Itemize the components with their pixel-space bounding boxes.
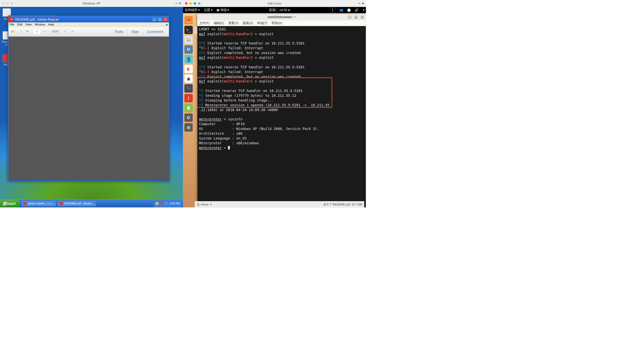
nautilus-statusbar: 🏠 Home ▾ 选中了"README.pdf" (5.7 KB) xyxy=(195,201,364,207)
tray-icon[interactable] xyxy=(165,202,168,205)
burp-icon[interactable]: ◐ xyxy=(185,65,193,73)
xp-taskbar: 🪟 start adobe reader_□□□... README.pdf -… xyxy=(0,199,183,207)
menu-places[interactable]: 位置 ▾ xyxy=(204,8,213,12)
workspace-indicator[interactable]: 1 xyxy=(330,8,335,12)
close-button[interactable]: ✕ xyxy=(163,17,168,21)
taskbar-item[interactable]: adobe reader_□□□... xyxy=(21,200,56,206)
maximize-button[interactable]: ▢ xyxy=(354,15,358,19)
pdf-icon: ✦ xyxy=(10,18,14,21)
gear-icon[interactable]: ✱ xyxy=(361,2,364,5)
firefox-icon[interactable]: 🦊 xyxy=(185,16,193,24)
terminal-cursor xyxy=(228,146,230,150)
menu-edit[interactable]: Edit xyxy=(17,23,22,26)
adobe-title-text: README.pdf - Adobe Reader xyxy=(15,17,59,21)
system-tray[interactable]: 2:09 PM xyxy=(153,199,182,207)
metasploit-icon[interactable]: M xyxy=(185,45,193,54)
leafpad-icon[interactable]: 📋 xyxy=(185,104,193,112)
tab-comment[interactable]: Comment xyxy=(143,27,167,36)
tray-clock[interactable]: 2:09 PM xyxy=(169,202,180,205)
show-apps-icon[interactable]: ⊞ xyxy=(185,123,193,131)
edit-icon[interactable]: ✎ xyxy=(24,29,30,34)
status-selected: 选中了"README.pdf" xyxy=(323,202,351,206)
doc-close-icon[interactable]: × xyxy=(166,23,168,27)
tweak-icon[interactable]: ⚙ xyxy=(185,113,193,122)
menu-view[interactable]: View xyxy=(25,23,32,26)
mac-traffic-lights[interactable] xyxy=(185,2,201,5)
menu-terminal[interactable]: ▣ 终端 ▾ xyxy=(216,8,229,12)
gnome-dock: 🦊 >_ 🗂 M 👤 ◐ ◉ 🐂 ƒ 📋 ⚙ ⊞ xyxy=(184,16,194,131)
volume-icon[interactable]: 🔊 xyxy=(355,8,358,12)
menu-file[interactable]: 文件(F) xyxy=(199,21,210,25)
terminal-window: root@lizhuowen: ~ — ▢ ✕ 文件(F) 编辑(E) 查看(V… xyxy=(197,14,366,207)
sidebar-home[interactable]: 🏠 Home xyxy=(197,203,209,206)
minimize-button[interactable]: — xyxy=(348,15,352,19)
power-icon[interactable]: ▾ xyxy=(363,8,364,12)
vm-titlebar-xp: Windows XP ▾ ✱ xyxy=(0,0,183,7)
export-pdf-icon[interactable]: 📑 xyxy=(17,29,23,34)
menu-view[interactable]: 查看(V) xyxy=(228,21,239,25)
adobe-toolbar: 📂 📑 ✎ / 0 100%▾ ⤢ Tools Sign Comment xyxy=(9,27,169,37)
tab-sign[interactable]: Sign xyxy=(127,27,143,36)
open-icon[interactable]: 📂 xyxy=(10,29,16,34)
page-total: 0 xyxy=(44,30,45,33)
vm-title: Windows XP xyxy=(82,2,100,5)
tray-icon[interactable] xyxy=(155,202,159,205)
menu-help[interactable]: 帮助(H) xyxy=(271,21,282,25)
close-button[interactable]: ✕ xyxy=(360,15,364,19)
vm-titlebar-kali: Kali Linux ▾ ✱ xyxy=(183,0,366,7)
minimize-button[interactable]: _ xyxy=(152,17,157,21)
terminal-menubar: 文件(F) 编辑(E) 查看(V) 搜索(S) 终端(T) 帮助(H) xyxy=(197,20,366,26)
adobe-reader-window: ✦ README.pdf - Adobe Reader _ ▢ ✕ File E… xyxy=(8,16,170,181)
users-icon[interactable]: 👥 xyxy=(339,8,343,12)
pdf-icon xyxy=(60,202,63,205)
terminal-icon[interactable]: >_ xyxy=(185,26,193,34)
zoom-value[interactable]: 100% xyxy=(49,29,62,34)
kali-desktop[interactable]: 🦊 >_ 🗂 M 👤 ◐ ◉ 🐂 ƒ 📋 ⚙ ⊞ ‹ root@lizhuowe… xyxy=(183,13,366,207)
tab-tools[interactable]: Tools xyxy=(110,27,127,36)
menu-file[interactable]: File xyxy=(10,23,14,26)
pdf-icon xyxy=(23,202,27,205)
terminal-body[interactable]: LPORT => 5201 msf exploit(multi/handler)… xyxy=(197,26,366,208)
beef-icon[interactable]: 🐂 xyxy=(185,84,193,93)
chevron-down-icon[interactable]: ▾ xyxy=(358,2,360,5)
menu-terminal[interactable]: 终端(T) xyxy=(257,21,267,25)
adobe-titlebar[interactable]: ✦ README.pdf - Adobe Reader _ ▢ ✕ xyxy=(9,16,169,22)
menu-help[interactable]: Help xyxy=(48,23,54,26)
faraday-icon[interactable]: ƒ xyxy=(185,94,193,102)
status-size: (5.7 KB) xyxy=(352,203,362,206)
taskbar-item[interactable]: README.pdf - Adobe... xyxy=(58,200,96,206)
maltego-icon[interactable]: ◉ xyxy=(185,74,193,83)
adobe-menubar: File Edit View Window Help × xyxy=(9,22,169,27)
page-sep: / xyxy=(42,30,43,33)
files-icon[interactable]: 🗂 xyxy=(185,35,193,44)
chevron-down-icon[interactable]: ▾ xyxy=(175,2,177,5)
menubar-datetime[interactable]: 星期二 14:09 ● xyxy=(269,8,290,12)
terminal-titlebar[interactable]: root@lizhuowen: ~ — ▢ ✕ xyxy=(197,14,366,20)
vm-kali-linux: Kali Linux ▾ ✱ 应用程序 ▾ 位置 ▾ ▣ 终端 ▾ 星期二 14… xyxy=(183,0,366,207)
terminal-title: root@lizhuowen: ~ xyxy=(267,15,296,19)
menu-window[interactable]: Window xyxy=(35,23,45,26)
gear-icon[interactable]: ✱ xyxy=(178,2,181,5)
fullscreen-icon[interactable]: ⤢ xyxy=(70,29,75,34)
zoom-dropdown-icon[interactable]: ▾ xyxy=(63,29,67,34)
maximize-button[interactable]: ▢ xyxy=(157,17,162,21)
menu-applications[interactable]: 应用程序 ▾ xyxy=(185,8,200,12)
start-button[interactable]: 🪟 start xyxy=(0,199,20,207)
terminal-icon: ▣ xyxy=(216,8,219,12)
xp-desktop[interactable]: Re... Parallel: Fc Adob ✦ README.pdf - A… xyxy=(0,7,183,199)
menu-edit[interactable]: 编辑(E) xyxy=(214,21,224,25)
vm-title: Kali Linux xyxy=(268,2,281,5)
page-current-input[interactable] xyxy=(33,29,41,34)
menu-search[interactable]: 搜索(S) xyxy=(243,21,253,25)
record-icon[interactable]: ⬤ xyxy=(347,8,351,12)
tray-icon[interactable] xyxy=(160,202,163,205)
armitage-icon[interactable]: 👤 xyxy=(185,55,193,63)
mac-traffic-lights[interactable] xyxy=(2,2,13,5)
chevron-down-icon[interactable]: ▾ xyxy=(210,203,212,206)
adobe-document-area[interactable] xyxy=(9,36,169,180)
vm-windows-xp: Windows XP ▾ ✱ Re... Parallel: Fc Adob ✦… xyxy=(0,0,183,207)
gnome-menubar: 应用程序 ▾ 位置 ▾ ▣ 终端 ▾ 星期二 14:09 ● 1 👥 ⬤ 🔊 ▾ xyxy=(183,7,366,13)
